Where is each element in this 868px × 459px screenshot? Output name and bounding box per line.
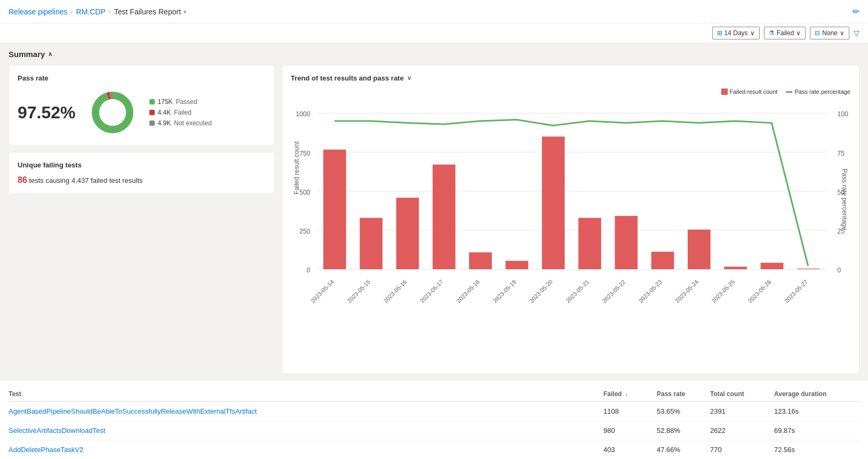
group-icon: ⊟	[815, 29, 820, 37]
svg-text:2023-05-20: 2023-05-20	[528, 278, 554, 304]
group-filter-button[interactable]: ⊟ None ∨	[810, 27, 849, 39]
not-executed-label: Not executed	[174, 119, 212, 127]
bar-10	[688, 230, 711, 269]
pass-rate-line-label: Pass rate percentage	[794, 88, 850, 95]
total-cell: 2391	[710, 407, 774, 415]
svg-text:2023-05-18: 2023-05-18	[455, 278, 481, 304]
bar-1	[360, 218, 383, 269]
summary-header[interactable]: Summary ∧	[9, 50, 859, 59]
failed-bar-icon	[721, 88, 728, 95]
svg-text:500: 500	[299, 189, 310, 196]
summary-section: Summary ∧ Pass rate 97.52%	[0, 43, 868, 374]
chart-title: Trend of test results and pass rate	[291, 74, 404, 82]
bar-4	[469, 252, 492, 269]
calendar-icon: ⊞	[717, 29, 722, 37]
duration-cell: 69.87s	[774, 426, 859, 434]
svg-text:2023-05-19: 2023-05-19	[492, 278, 517, 304]
bar-11	[724, 267, 747, 269]
pass-rate-value: 97.52%	[18, 103, 76, 123]
pass-rate-cell: 52.88%	[657, 426, 710, 434]
breadcrumb-link-1[interactable]: Release pipelines	[9, 7, 68, 16]
chart-chevron-icon[interactable]: ∨	[407, 75, 411, 82]
bar-9	[651, 252, 674, 269]
pass-rate-cell: 47.66%	[657, 446, 710, 454]
passed-label: Passed	[176, 98, 197, 106]
breadcrumb-current-label: Test Failures Report	[114, 7, 181, 16]
chart-card: Trend of test results and pass rate ∨ Fa…	[282, 65, 859, 374]
pass-rate-card: Pass rate 97.52%	[9, 65, 275, 146]
legend-failed-bar: Failed result count	[721, 88, 778, 95]
bar-5	[506, 261, 529, 269]
sort-icon: ↓	[625, 391, 628, 397]
days-filter-button[interactable]: ⊞ 14 Days ∨	[712, 27, 760, 39]
svg-text:2023-05-24: 2023-05-24	[674, 278, 699, 304]
total-cell: 2622	[710, 426, 774, 434]
unique-failing-desc: tests causing 4,437 failed test results	[27, 176, 143, 184]
failed-bar-label: Failed result count	[730, 88, 778, 95]
table-header: Test Failed ↓ Pass rate Total count Aver…	[9, 387, 859, 402]
breadcrumb-sep-1: ›	[71, 8, 73, 15]
svg-text:100: 100	[838, 110, 849, 118]
passed-count: 175K	[158, 98, 173, 106]
unique-failing-title: Unique failing tests	[18, 161, 266, 169]
svg-text:75: 75	[838, 150, 845, 157]
svg-text:2023-05-16: 2023-05-16	[383, 278, 408, 304]
left-cards: Pass rate 97.52%	[9, 65, 275, 374]
svg-text:2023-05-17: 2023-05-17	[419, 278, 444, 304]
filter-outcome-icon: ⚗	[769, 29, 775, 37]
bar-7	[578, 218, 601, 269]
failed-label: Failed	[174, 109, 192, 116]
passed-dot	[149, 99, 155, 104]
test-name-cell[interactable]: AddDeletePhaseTaskV2	[9, 446, 603, 454]
days-filter-label: 14 Days	[724, 29, 748, 37]
svg-text:2023-05-23: 2023-05-23	[638, 278, 663, 304]
chart-header: Trend of test results and pass rate ∨	[291, 74, 850, 82]
col-header-pass-rate: Pass rate	[657, 390, 710, 398]
svg-text:1000: 1000	[296, 110, 310, 118]
svg-text:2023-05-25: 2023-05-25	[710, 278, 736, 304]
col-header-duration: Average duration	[774, 390, 859, 398]
failed-cell: 1108	[603, 407, 657, 415]
failed-dot	[149, 110, 155, 115]
duration-cell: 123.16s	[774, 407, 859, 415]
not-executed-count: 4.9K	[158, 119, 171, 127]
pass-rate-content: 97.52% 17	[18, 88, 266, 136]
table-row: SelectiveArtifactsDownloadTest 980 52.88…	[9, 421, 859, 440]
duration-cell: 72.56s	[774, 446, 859, 454]
legend-pass-rate-line: Pass rate percentage	[786, 88, 850, 95]
test-name-cell[interactable]: SelectiveArtifactsDownloadTest	[9, 426, 603, 434]
breadcrumb-link-2[interactable]: RM.CDP	[76, 7, 106, 16]
outcome-filter-button[interactable]: ⚗ Failed ∨	[764, 27, 806, 39]
svg-text:2023-05-22: 2023-05-22	[601, 278, 626, 304]
donut-chart	[89, 88, 137, 136]
svg-point-3	[99, 99, 126, 126]
svg-text:Failed result count: Failed result count	[293, 141, 300, 195]
pass-rate-cell: 53.65%	[657, 407, 710, 415]
group-chevron-icon: ∨	[840, 29, 845, 37]
bar-chart-svg: 1000 750 500 250 0 100 75 50 25 0 Failed…	[291, 103, 850, 364]
svg-text:2023-05-21: 2023-05-21	[564, 278, 590, 304]
summary-chevron-icon: ∧	[48, 51, 52, 58]
pass-rate-line-icon	[786, 91, 792, 93]
failed-cell: 980	[603, 426, 657, 434]
svg-text:Pass rate percentage: Pass rate percentage	[841, 168, 848, 230]
breadcrumb-sep-2: ›	[109, 8, 111, 15]
unique-failing-number: 86	[18, 175, 27, 184]
col-header-failed[interactable]: Failed ↓	[603, 390, 657, 398]
edit-icon[interactable]: ✏	[853, 6, 859, 17]
col-header-test: Test	[9, 390, 603, 398]
bar-2	[396, 198, 419, 269]
bar-13	[797, 269, 820, 269]
legend-passed: 175K Passed	[149, 98, 212, 106]
breadcrumb: Release pipelines › RM.CDP › Test Failur…	[9, 7, 187, 16]
days-chevron-icon: ∨	[750, 29, 755, 37]
test-name-cell[interactable]: AgentBasedPipelineShouldBeAbleToSuccessf…	[9, 407, 603, 415]
not-executed-dot	[149, 120, 155, 126]
svg-text:2023-05-26: 2023-05-26	[747, 278, 773, 304]
top-bar: Release pipelines › RM.CDP › Test Failur…	[0, 0, 868, 23]
chart-area: Failed result count Pass rate percentage…	[291, 88, 850, 365]
bar-12	[761, 263, 784, 269]
svg-text:0: 0	[838, 267, 841, 274]
svg-text:250: 250	[299, 228, 310, 235]
filter-icon[interactable]: ▽	[854, 29, 859, 37]
